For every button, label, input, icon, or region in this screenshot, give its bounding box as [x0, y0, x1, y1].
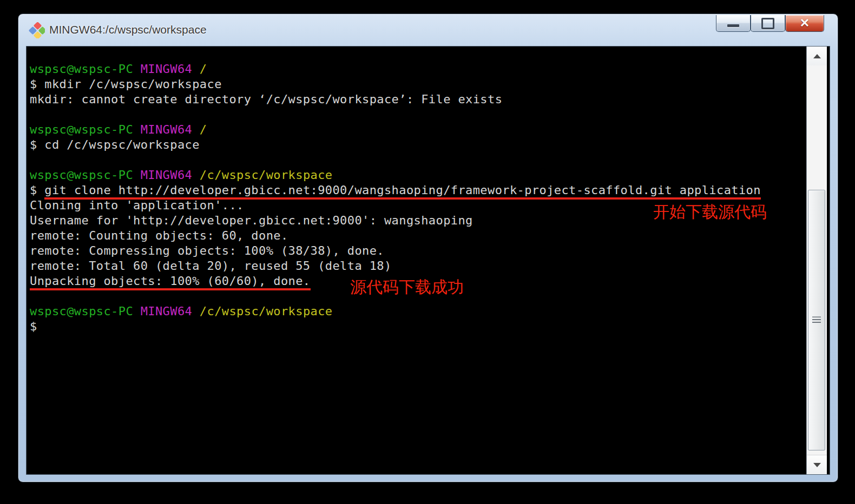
arrow-down-icon: [813, 463, 821, 467]
desktop-backdrop: MINGW64:/c/wspsc/workspace ✕ wspsc@wspsc…: [0, 0, 855, 504]
terminal-line: [30, 152, 807, 168]
terminal-text: Username for 'http://developer.gbicc.net…: [30, 214, 473, 227]
terminal-text: remote: Total 60 (delta 20), reused 55 (…: [30, 259, 392, 273]
terminal-line: remote: Counting objects: 60, done.: [30, 228, 807, 243]
terminal-text: remote: Counting objects: 60, done.: [30, 229, 288, 242]
mintty-terminal-window: MINGW64:/c/wspsc/workspace ✕ wspsc@wspsc…: [18, 14, 838, 482]
terminal-text: /c/wspsc/workspace: [200, 304, 333, 318]
terminal-line: remote: Compressing objects: 100% (38/38…: [30, 243, 807, 258]
terminal-line: $ mkdir /c/wspsc/workspace: [30, 77, 807, 92]
terminal-text: /: [200, 123, 207, 136]
terminal-text: $: [30, 320, 37, 333]
terminal-content-area: wspsc@wspsc-PC MINGW64 /$ mkdir /c/wspsc…: [26, 46, 830, 475]
terminal-text: MINGW64: [141, 123, 200, 136]
close-button[interactable]: ✕: [785, 15, 824, 32]
terminal-text: MINGW64: [141, 168, 200, 182]
terminal-line: remote: Total 60 (delta 20), reused 55 (…: [30, 258, 807, 274]
annotation-download-success: 源代码下载成功: [350, 278, 464, 296]
terminal-text: /: [200, 62, 207, 76]
maximize-icon: [761, 18, 774, 29]
annotation-start-download: 开始下载源代码: [653, 203, 767, 221]
terminal-text: $ cd /c/wspsc/workspace: [30, 138, 200, 151]
terminal-line: wspsc@wspsc-PC MINGW64 /c/wspsc/workspac…: [30, 304, 807, 319]
terminal-line: $ cd /c/wspsc/workspace: [30, 137, 807, 152]
scrollbar-track[interactable]: [807, 65, 827, 455]
minimize-button[interactable]: [716, 15, 751, 32]
terminal-text: wspsc@wspsc-PC: [30, 62, 141, 76]
terminal-text: $: [30, 183, 44, 197]
msys-diamond-icon[interactable]: [29, 22, 45, 38]
arrow-up-icon: [813, 54, 821, 58]
terminal-line: wspsc@wspsc-PC MINGW64 /: [30, 122, 807, 137]
terminal-output[interactable]: wspsc@wspsc-PC MINGW64 /$ mkdir /c/wspsc…: [27, 47, 807, 474]
terminal-text-underlined: Unpacking objects: 100% (60/60), done.: [30, 274, 311, 290]
terminal-text: mkdir: cannot create directory ‘/c/wspsc…: [30, 92, 502, 106]
terminal-text: /c/wspsc/workspace: [200, 168, 333, 182]
window-titlebar[interactable]: MINGW64:/c/wspsc/workspace ✕: [18, 14, 838, 46]
window-title: MINGW64:/c/wspsc/workspace: [49, 23, 207, 36]
scroll-up-button[interactable]: [807, 47, 827, 66]
terminal-text: wspsc@wspsc-PC: [30, 304, 141, 318]
terminal-line: [30, 107, 807, 122]
terminal-line: mkdir: cannot create directory ‘/c/wspsc…: [30, 92, 807, 107]
scrollbar-thumb[interactable]: [808, 190, 825, 450]
minimize-icon: [727, 24, 739, 27]
terminal-text: wspsc@wspsc-PC: [30, 123, 141, 136]
terminal-text: wspsc@wspsc-PC: [30, 168, 141, 182]
terminal-text: $ mkdir /c/wspsc/workspace: [30, 77, 222, 91]
maximize-button[interactable]: [751, 15, 785, 32]
terminal-line: wspsc@wspsc-PC MINGW64 /c/wspsc/workspac…: [30, 168, 807, 183]
vertical-scrollbar[interactable]: [806, 47, 827, 474]
terminal-text: MINGW64: [141, 304, 200, 318]
scroll-down-button[interactable]: [807, 455, 827, 474]
close-icon: ✕: [800, 17, 810, 29]
terminal-line: $ git clone http://developer.gbicc.net:9…: [30, 183, 807, 198]
terminal-text: MINGW64: [141, 62, 200, 76]
terminal-text-underlined: git clone http://developer.gbicc.net:900…: [44, 183, 761, 200]
terminal-text: Cloning into 'application'...: [30, 198, 244, 212]
terminal-line: wspsc@wspsc-PC MINGW64 /: [30, 62, 807, 77]
scrollbar-grip-icon: [812, 317, 821, 324]
terminal-line: $: [30, 319, 807, 334]
terminal-text: remote: Compressing objects: 100% (38/38…: [30, 244, 384, 257]
